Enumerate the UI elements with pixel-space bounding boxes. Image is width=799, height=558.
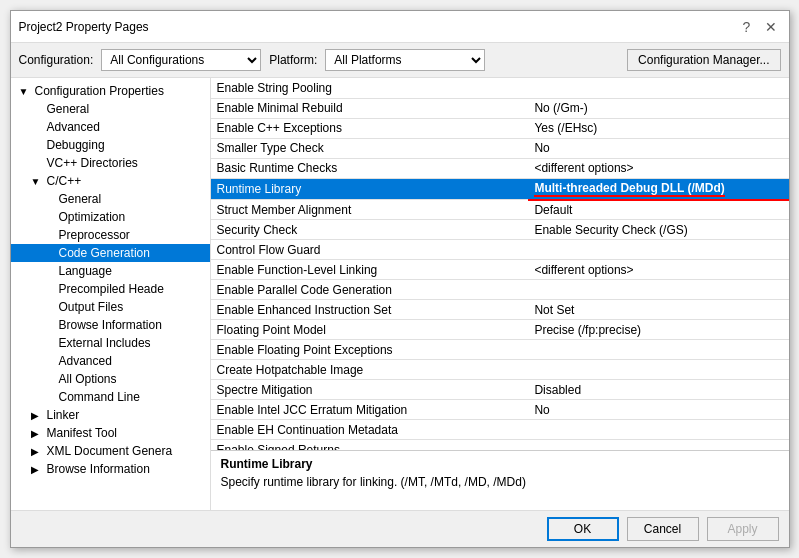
table-row[interactable]: Enable EH Continuation Metadata bbox=[211, 420, 789, 440]
tree-item[interactable]: ▶XML Document Genera bbox=[11, 442, 210, 460]
prop-name: Enable C++ Exceptions bbox=[211, 118, 529, 138]
prop-value: Not Set bbox=[528, 300, 788, 320]
help-button[interactable]: ? bbox=[737, 17, 757, 37]
tree-item[interactable]: ▶Linker bbox=[11, 406, 210, 424]
info-panel: Runtime Library Specify runtime library … bbox=[211, 450, 789, 510]
ok-button[interactable]: OK bbox=[547, 517, 619, 541]
prop-value: No bbox=[528, 138, 788, 158]
tree-item[interactable]: Advanced bbox=[11, 118, 210, 136]
prop-name: Security Check bbox=[211, 220, 529, 240]
prop-value bbox=[528, 340, 788, 360]
prop-value: Disabled bbox=[528, 380, 788, 400]
prop-name: Basic Runtime Checks bbox=[211, 158, 529, 178]
tree-item[interactable]: Preprocessor bbox=[11, 226, 210, 244]
bottom-bar: OK Cancel Apply bbox=[11, 510, 789, 547]
prop-value bbox=[528, 240, 788, 260]
table-row[interactable]: Enable C++ ExceptionsYes (/EHsc) bbox=[211, 118, 789, 138]
right-panel: Enable String PoolingEnable Minimal Rebu… bbox=[211, 78, 789, 510]
expand-icon: ▶ bbox=[31, 410, 43, 421]
prop-name: Enable EH Continuation Metadata bbox=[211, 420, 529, 440]
table-row[interactable]: Control Flow Guard bbox=[211, 240, 789, 260]
table-row[interactable]: Enable Enhanced Instruction SetNot Set bbox=[211, 300, 789, 320]
tree-item[interactable]: External Includes bbox=[11, 334, 210, 352]
info-title: Runtime Library bbox=[221, 457, 779, 471]
config-select[interactable]: All Configurations bbox=[101, 49, 261, 71]
table-row[interactable]: Floating Point ModelPrecise (/fp:precise… bbox=[211, 320, 789, 340]
table-row[interactable]: Create Hotpatchable Image bbox=[211, 360, 789, 380]
tree-item[interactable]: General bbox=[11, 190, 210, 208]
table-row[interactable]: Basic Runtime Checks<different options> bbox=[211, 158, 789, 178]
property-table: Enable String PoolingEnable Minimal Rebu… bbox=[211, 78, 789, 450]
tree-item[interactable]: Advanced bbox=[11, 352, 210, 370]
table-row[interactable]: Spectre MitigationDisabled bbox=[211, 380, 789, 400]
prop-name: Enable Signed Returns bbox=[211, 440, 529, 451]
tree-item[interactable]: Precompiled Heade bbox=[11, 280, 210, 298]
table-row[interactable]: Enable String Pooling bbox=[211, 78, 789, 98]
prop-name: Enable Minimal Rebuild bbox=[211, 98, 529, 118]
prop-value bbox=[528, 440, 788, 451]
prop-value bbox=[528, 360, 788, 380]
tree-item[interactable]: Output Files bbox=[11, 298, 210, 316]
table-row[interactable]: Enable Function-Level Linking<different … bbox=[211, 260, 789, 280]
prop-name: Smaller Type Check bbox=[211, 138, 529, 158]
config-manager-button[interactable]: Configuration Manager... bbox=[627, 49, 780, 71]
prop-value: No bbox=[528, 400, 788, 420]
tree-item[interactable]: ▶Manifest Tool bbox=[11, 424, 210, 442]
prop-value bbox=[528, 280, 788, 300]
expand-icon: ▶ bbox=[31, 428, 43, 439]
prop-value: Enable Security Check (/GS) bbox=[528, 220, 788, 240]
prop-name: Struct Member Alignment bbox=[211, 200, 529, 220]
table-row[interactable]: Enable Intel JCC Erratum MitigationNo bbox=[211, 400, 789, 420]
prop-value: Yes (/EHsc) bbox=[528, 118, 788, 138]
property-table-container[interactable]: Enable String PoolingEnable Minimal Rebu… bbox=[211, 78, 789, 450]
prop-name: Enable Parallel Code Generation bbox=[211, 280, 529, 300]
config-label: Configuration: bbox=[19, 53, 94, 67]
table-row[interactable]: Security CheckEnable Security Check (/GS… bbox=[211, 220, 789, 240]
tree-item[interactable]: Optimization bbox=[11, 208, 210, 226]
prop-value: No (/Gm-) bbox=[528, 98, 788, 118]
table-row[interactable]: Struct Member AlignmentDefault bbox=[211, 200, 789, 220]
prop-value: Multi-threaded Debug DLL (/MDd) bbox=[528, 178, 788, 200]
prop-name: Enable Intel JCC Erratum Mitigation bbox=[211, 400, 529, 420]
tree-item[interactable]: ▼C/C++ bbox=[11, 172, 210, 190]
main-area: ▼Configuration PropertiesGeneralAdvanced… bbox=[11, 78, 789, 510]
cancel-button[interactable]: Cancel bbox=[627, 517, 699, 541]
property-pages-dialog: Project2 Property Pages ? ✕ Configuratio… bbox=[10, 10, 790, 548]
tree-item[interactable]: All Options bbox=[11, 370, 210, 388]
tree-item[interactable]: VC++ Directories bbox=[11, 154, 210, 172]
toolbar: Configuration: All Configurations Platfo… bbox=[11, 43, 789, 78]
apply-button[interactable]: Apply bbox=[707, 517, 779, 541]
title-bar: Project2 Property Pages ? ✕ bbox=[11, 11, 789, 43]
tree-item[interactable]: Browse Information bbox=[11, 316, 210, 334]
tree-item[interactable]: Code Generation bbox=[11, 244, 210, 262]
platform-label: Platform: bbox=[269, 53, 317, 67]
table-row[interactable]: Enable Floating Point Exceptions bbox=[211, 340, 789, 360]
prop-name: Floating Point Model bbox=[211, 320, 529, 340]
table-row[interactable]: Enable Parallel Code Generation bbox=[211, 280, 789, 300]
prop-name: Enable Enhanced Instruction Set bbox=[211, 300, 529, 320]
tree-item[interactable]: Command Line bbox=[11, 388, 210, 406]
prop-value: Default bbox=[528, 200, 788, 220]
table-row[interactable]: Enable Signed Returns bbox=[211, 440, 789, 451]
expand-icon: ▶ bbox=[31, 446, 43, 457]
expand-icon: ▼ bbox=[31, 176, 43, 187]
tree-item[interactable]: Language bbox=[11, 262, 210, 280]
tree-panel: ▼Configuration PropertiesGeneralAdvanced… bbox=[11, 78, 211, 510]
expand-icon: ▼ bbox=[19, 86, 31, 97]
prop-value bbox=[528, 420, 788, 440]
dialog-title: Project2 Property Pages bbox=[19, 20, 149, 34]
tree-item[interactable]: ▼Configuration Properties bbox=[11, 82, 210, 100]
table-row[interactable]: Enable Minimal RebuildNo (/Gm-) bbox=[211, 98, 789, 118]
close-button[interactable]: ✕ bbox=[761, 17, 781, 37]
tree-item[interactable]: Debugging bbox=[11, 136, 210, 154]
tree-item[interactable]: General bbox=[11, 100, 210, 118]
prop-value bbox=[528, 78, 788, 98]
tree-item[interactable]: ▶Browse Information bbox=[11, 460, 210, 478]
prop-name: Create Hotpatchable Image bbox=[211, 360, 529, 380]
table-row[interactable]: Smaller Type CheckNo bbox=[211, 138, 789, 158]
platform-select[interactable]: All Platforms bbox=[325, 49, 485, 71]
prop-value: Precise (/fp:precise) bbox=[528, 320, 788, 340]
prop-value: <different options> bbox=[528, 260, 788, 280]
table-row[interactable]: Runtime LibraryMulti-threaded Debug DLL … bbox=[211, 178, 789, 200]
prop-name: Enable String Pooling bbox=[211, 78, 529, 98]
